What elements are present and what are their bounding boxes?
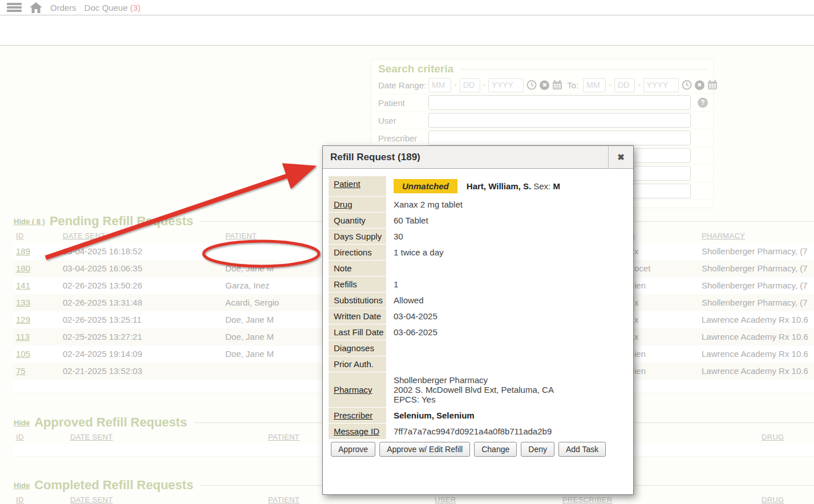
refills-value: 1: [386, 277, 398, 292]
approve-w-edit-refill-button[interactable]: Approve w/ Edit Refill: [379, 442, 470, 457]
diagnoses-field-label: Diagnoses: [329, 340, 386, 356]
diagnoses-value: [386, 340, 394, 356]
dialog-body: Patient Unmatched Hart, William, S. Sex:…: [323, 169, 633, 457]
from-month-input[interactable]: [428, 78, 451, 92]
cell-patient: Acardi, Sergio: [225, 298, 279, 307]
nav-orders[interactable]: Orders: [50, 3, 76, 13]
cell-date-sent: 02-24-2025 19:14:09: [63, 349, 142, 359]
deny-button[interactable]: Deny: [521, 442, 554, 457]
row-id-link[interactable]: 189: [16, 246, 30, 256]
column-header-id[interactable]: ID: [16, 495, 24, 504]
note-field-label: Note: [329, 261, 386, 276]
cell-pharmacy: Shollenberger Pharmacy, (7: [702, 281, 808, 290]
row-id-link[interactable]: 75: [16, 366, 26, 376]
from-clock-icon[interactable]: [527, 80, 537, 90]
column-header-patient[interactable]: PATIENT: [268, 433, 299, 441]
completed-section-title: Completed Refill Requests: [34, 478, 193, 493]
pharmacy-name: Shollenberger Pharmacy: [394, 375, 554, 385]
row-id-link[interactable]: 133: [16, 298, 30, 307]
field-row-refills: Refills 1: [329, 277, 626, 292]
from-clear-icon[interactable]: ✖: [540, 80, 549, 90]
row-id-link[interactable]: 180: [16, 263, 30, 273]
close-icon[interactable]: ✖: [608, 146, 633, 169]
add-task-button[interactable]: Add Task: [558, 442, 606, 457]
column-header-patient[interactable]: PATIENT: [268, 495, 299, 504]
row-id-link[interactable]: 141: [16, 281, 30, 290]
change-button[interactable]: Change: [474, 442, 517, 457]
last-fill-date-value: 03-06-2025: [386, 324, 438, 340]
dialog-header: Refill Request (189) ✖: [323, 146, 633, 169]
column-header-drug[interactable]: DRUG: [762, 495, 784, 504]
patient-search-input[interactable]: [428, 95, 691, 110]
cell-drug: ien: [634, 349, 646, 359]
column-header-user[interactable]: USER: [435, 495, 456, 504]
field-row-last-fill-date: Last Fill Date 03-06-2025: [329, 324, 626, 340]
cell-patient: Doe, Jane M: [225, 263, 274, 273]
column-header-pharmacy[interactable]: PHARMACY: [702, 231, 745, 240]
sex-label: Sex:: [533, 181, 550, 191]
column-header-patient[interactable]: PATIENT: [225, 231, 257, 240]
column-header-drug[interactable]: DRUG: [762, 433, 784, 441]
cell-patient: Doe, Jane M: [225, 349, 274, 359]
refills-field-label: Refills: [329, 277, 386, 292]
drug-field-link[interactable]: Drug: [329, 197, 386, 212]
doc-queue-label: Doc Queue: [84, 3, 128, 13]
column-header-date-sent[interactable]: DATE SENT: [70, 433, 113, 441]
pharmacy-address: 2002 S. McDowell Blvd Ext, Petaluma, CA: [394, 385, 554, 395]
to-month-input[interactable]: [583, 78, 606, 92]
cell-date-sent: 03-04-2025 16:18:52: [63, 246, 142, 256]
to-clear-icon[interactable]: ✖: [695, 80, 704, 90]
patient-label: Patient: [378, 98, 405, 108]
approved-hide-link[interactable]: Hide: [14, 418, 30, 427]
tab-bar: All E-Refills ↗ E-Scripts ↗ Canceled ↗: [0, 15, 814, 46]
from-year-input[interactable]: [488, 78, 524, 92]
row-id-link[interactable]: 105: [16, 349, 30, 359]
column-header-date-sent[interactable]: DATE SENT: [70, 495, 113, 504]
cell-pharmacy: Lawrence Academy Rx 10.6: [702, 366, 808, 376]
patient-name: Hart, William, S.: [467, 181, 531, 191]
column-header-date-sent[interactable]: DATE SENT: [63, 231, 106, 240]
field-row-quantity: Quantity 60 Tablet: [329, 213, 626, 228]
help-icon[interactable]: ?: [698, 97, 708, 108]
user-search-input[interactable]: [428, 113, 691, 128]
column-header-id[interactable]: ID: [16, 433, 24, 441]
patient-field-link[interactable]: Patient: [329, 176, 386, 196]
column-header-id[interactable]: ID: [16, 231, 24, 240]
message-id-field-link[interactable]: Message ID: [329, 424, 386, 439]
hamburger-menu-icon[interactable]: [7, 3, 22, 12]
cell-drug: x: [634, 246, 639, 256]
field-row-substitutions: Substitutions Allowed: [329, 292, 626, 308]
field-row-drug: Drug Xanax 2 mg tablet: [329, 197, 626, 212]
cell-pharmacy: Shollenberger Pharmacy, (7: [702, 298, 808, 307]
cell-date-sent: 02-26-2025 13:25:11: [63, 315, 141, 324]
pending-hide-link[interactable]: Hide ( 8 ): [14, 217, 45, 226]
cell-pharmacy: Shollenberger Pharmacy, (7: [702, 263, 808, 273]
from-day-input[interactable]: [460, 78, 480, 92]
field-row-pharmacy: Pharmacy Shollenberger Pharmacy 2002 S. …: [329, 372, 626, 407]
row-id-link[interactable]: 129: [16, 315, 30, 324]
column-header-prescriber[interactable]: PRESCRIBER: [562, 495, 613, 504]
cell-drug: x: [634, 315, 639, 324]
completed-hide-link[interactable]: Hide: [14, 481, 30, 490]
to-year-input[interactable]: [643, 78, 679, 92]
field-row-written-date: Written Date 03-04-2025: [329, 308, 626, 324]
days-supply-value: 30: [386, 229, 403, 244]
approve-button[interactable]: Approve: [331, 442, 375, 457]
cell-drug: ocet: [634, 263, 650, 273]
prescriber-field-link[interactable]: Prescriber: [329, 408, 386, 423]
cell-drug: x: [634, 332, 639, 342]
to-day-input[interactable]: [614, 78, 635, 92]
to-calendar-icon[interactable]: [707, 80, 718, 90]
row-id-link[interactable]: 113: [16, 332, 30, 342]
nav-doc-queue[interactable]: Doc Queue (3): [84, 3, 140, 13]
written-date-field-label: Written Date: [329, 308, 386, 324]
from-calendar-icon[interactable]: [552, 80, 562, 90]
to-clock-icon[interactable]: [682, 80, 692, 90]
home-icon[interactable]: [30, 2, 42, 13]
pharmacy-value: Shollenberger Pharmacy 2002 S. McDowell …: [386, 372, 554, 407]
pharmacy-epcs: EPCS: Yes: [394, 395, 554, 404]
prescriber-search-input[interactable]: [428, 131, 691, 145]
pharmacy-field-link[interactable]: Pharmacy: [329, 372, 386, 407]
date-dash: -: [638, 80, 641, 90]
to-label: To:: [567, 80, 578, 90]
